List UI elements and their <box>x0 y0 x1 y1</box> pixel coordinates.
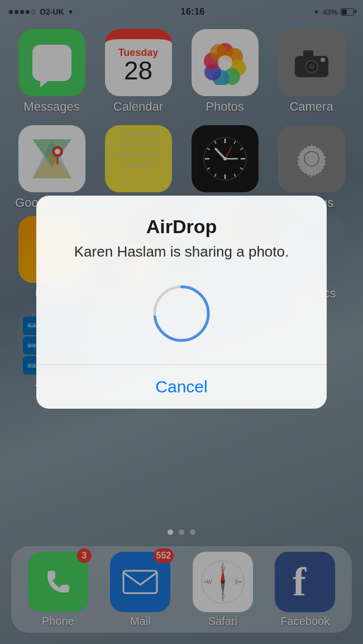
carrier-name: O2-UK <box>40 7 64 16</box>
battery-percentage: 43% <box>323 8 337 16</box>
signal-dot-2 <box>15 10 18 14</box>
progress-ring <box>151 283 212 344</box>
status-time: 16:16 <box>181 7 205 17</box>
bluetooth-icon: ✦ <box>313 8 319 16</box>
airdrop-cancel-button[interactable]: Cancel <box>36 365 327 409</box>
airdrop-subtitle: Karen Haslam is sharing a photo. <box>59 243 304 261</box>
status-right: ✦ 43% <box>313 8 354 16</box>
signal-dot-4 <box>26 10 30 14</box>
status-bar: O2-UK ▾ 16:16 ✦ 43% <box>0 0 363 23</box>
signal-dots <box>9 10 35 14</box>
wifi-icon: ▾ <box>69 7 73 16</box>
airdrop-title: AirDrop <box>59 216 304 238</box>
signal-dot-3 <box>20 10 24 14</box>
airdrop-modal: AirDrop Karen Haslam is sharing a photo.… <box>36 196 327 409</box>
progress-ring-container <box>59 283 304 344</box>
battery-icon <box>341 8 354 16</box>
modal-content: AirDrop Karen Haslam is sharing a photo. <box>36 196 327 344</box>
signal-dot-1 <box>9 10 13 14</box>
signal-dot-5 <box>31 10 35 14</box>
progress-svg <box>151 283 212 344</box>
battery-fill <box>342 10 347 15</box>
status-left: O2-UK ▾ <box>9 7 73 16</box>
